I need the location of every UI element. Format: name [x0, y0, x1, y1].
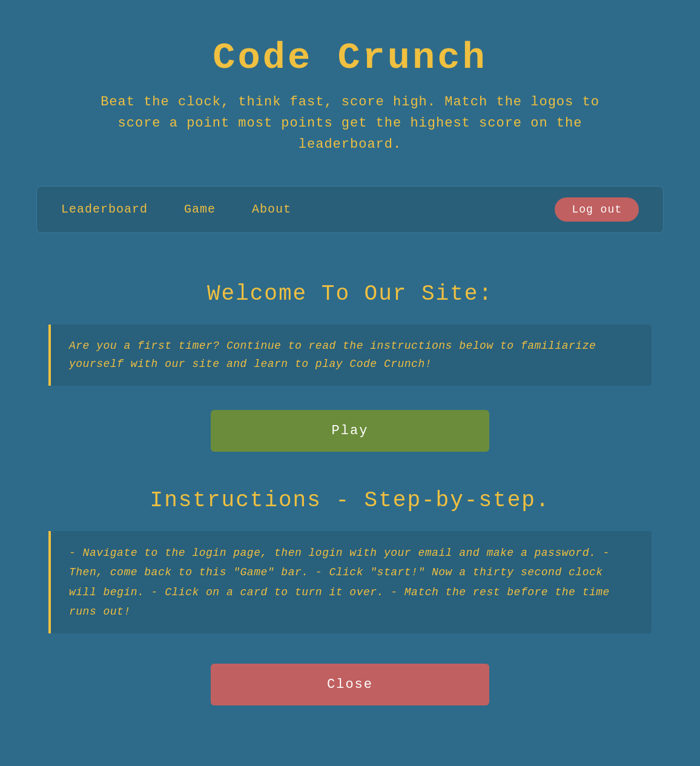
nav-leaderboard[interactable]: Leaderboard	[61, 202, 148, 216]
close-btn-wrapper: Close	[36, 664, 664, 705]
page-wrapper: Code Crunch Beat the clock, think fast, …	[0, 0, 700, 766]
welcome-heading: Welcome To Our Site:	[36, 282, 664, 306]
nav-bar: Leaderboard Game About Log out	[36, 186, 664, 233]
close-button[interactable]: Close	[211, 664, 489, 705]
welcome-blockquote-text: Are you a first timer? Continue to read …	[69, 337, 633, 374]
play-button[interactable]: Play	[211, 410, 489, 452]
site-title: Code Crunch	[36, 36, 664, 79]
instructions-heading: Instructions - Step-by-step.	[36, 488, 664, 513]
nav-game[interactable]: Game	[184, 202, 216, 216]
nav-about[interactable]: About	[252, 202, 291, 216]
play-btn-wrapper: Play	[36, 410, 664, 452]
main-content: Welcome To Our Site: Are you a first tim…	[36, 257, 664, 766]
site-subtitle: Beat the clock, think fast, score high. …	[78, 91, 622, 156]
logout-button[interactable]: Log out	[555, 197, 639, 222]
welcome-blockquote-box: Are you a first timer? Continue to read …	[48, 325, 652, 386]
header-section: Code Crunch Beat the clock, think fast, …	[36, 0, 664, 174]
instructions-text: - Navigate to the login page, then login…	[69, 543, 633, 622]
nav-links: Leaderboard Game About	[61, 202, 555, 216]
instructions-box: - Navigate to the login page, then login…	[48, 531, 652, 634]
